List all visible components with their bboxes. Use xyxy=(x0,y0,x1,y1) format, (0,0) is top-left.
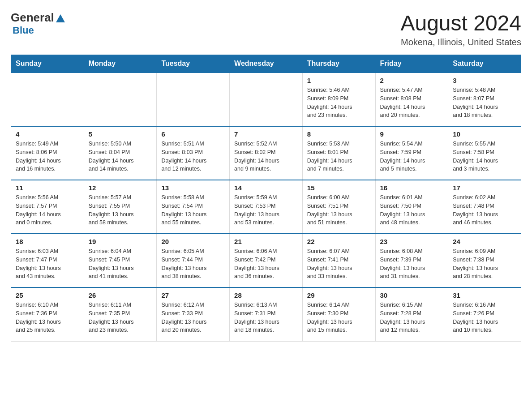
day-number: 8 xyxy=(307,130,371,138)
calendar-cell: 7Sunrise: 5:52 AM Sunset: 8:02 PM Daylig… xyxy=(230,126,303,180)
calendar-cell: 4Sunrise: 5:49 AM Sunset: 8:06 PM Daylig… xyxy=(11,126,84,180)
day-number: 23 xyxy=(380,238,444,245)
day-info: Sunrise: 6:08 AM Sunset: 7:39 PM Dayligh… xyxy=(380,247,444,281)
day-info: Sunrise: 6:11 AM Sunset: 7:35 PM Dayligh… xyxy=(89,301,152,334)
day-info: Sunrise: 5:55 AM Sunset: 7:58 PM Dayligh… xyxy=(453,140,516,173)
header-saturday: Saturday xyxy=(448,55,521,73)
calendar-cell: 16Sunrise: 6:01 AM Sunset: 7:50 PM Dayli… xyxy=(375,180,448,234)
calendar-cell: 20Sunrise: 6:05 AM Sunset: 7:44 PM Dayli… xyxy=(157,234,230,287)
logo-general-text: General xyxy=(11,11,54,25)
day-info: Sunrise: 5:51 AM Sunset: 8:03 PM Dayligh… xyxy=(161,140,225,173)
header-row: Sunday Monday Tuesday Wednesday Thursday… xyxy=(11,55,521,73)
day-info: Sunrise: 6:05 AM Sunset: 7:44 PM Dayligh… xyxy=(161,247,225,281)
day-number: 5 xyxy=(89,130,152,138)
logo: General Blue xyxy=(11,11,65,36)
calendar-cell: 24Sunrise: 6:09 AM Sunset: 7:38 PM Dayli… xyxy=(448,234,521,287)
calendar-cell: 12Sunrise: 5:57 AM Sunset: 7:55 PM Dayli… xyxy=(84,180,157,234)
header-thursday: Thursday xyxy=(302,55,375,73)
calendar-cell: 29Sunrise: 6:14 AM Sunset: 7:30 PM Dayli… xyxy=(302,287,375,341)
calendar-cell: 25Sunrise: 6:10 AM Sunset: 7:36 PM Dayli… xyxy=(11,287,84,341)
day-number: 25 xyxy=(16,291,79,299)
day-number: 9 xyxy=(380,130,444,138)
day-info: Sunrise: 5:53 AM Sunset: 8:01 PM Dayligh… xyxy=(307,140,371,173)
header-monday: Monday xyxy=(84,55,157,73)
logo-general: General xyxy=(11,11,65,25)
day-number: 21 xyxy=(234,238,298,245)
day-info: Sunrise: 5:46 AM Sunset: 8:09 PM Dayligh… xyxy=(307,86,371,120)
calendar-cell: 2Sunrise: 5:47 AM Sunset: 8:08 PM Daylig… xyxy=(375,73,448,126)
calendar-cell: 13Sunrise: 5:58 AM Sunset: 7:54 PM Dayli… xyxy=(157,180,230,234)
day-number: 10 xyxy=(453,130,516,138)
calendar-week-5: 25Sunrise: 6:10 AM Sunset: 7:36 PM Dayli… xyxy=(11,287,521,341)
calendar-cell: 1Sunrise: 5:46 AM Sunset: 8:09 PM Daylig… xyxy=(302,73,375,126)
day-number: 2 xyxy=(380,77,444,84)
day-number: 13 xyxy=(161,184,225,192)
day-number: 4 xyxy=(16,130,79,138)
calendar-cell: 15Sunrise: 6:00 AM Sunset: 7:51 PM Dayli… xyxy=(302,180,375,234)
day-info: Sunrise: 5:58 AM Sunset: 7:54 PM Dayligh… xyxy=(161,193,225,227)
title-block: August 2024 Mokena, Illinois, United Sta… xyxy=(400,11,521,47)
day-info: Sunrise: 6:04 AM Sunset: 7:45 PM Dayligh… xyxy=(89,247,152,281)
day-info: Sunrise: 6:09 AM Sunset: 7:38 PM Dayligh… xyxy=(453,247,516,281)
header-sunday: Sunday xyxy=(11,55,84,73)
day-info: Sunrise: 6:12 AM Sunset: 7:33 PM Dayligh… xyxy=(161,301,225,334)
calendar-cell: 3Sunrise: 5:48 AM Sunset: 8:07 PM Daylig… xyxy=(448,73,521,126)
day-number: 11 xyxy=(16,184,79,192)
day-number: 7 xyxy=(234,130,298,138)
day-number: 26 xyxy=(89,291,152,299)
calendar-cell: 30Sunrise: 6:15 AM Sunset: 7:28 PM Dayli… xyxy=(375,287,448,341)
day-number: 31 xyxy=(453,291,516,299)
day-number: 3 xyxy=(453,77,516,84)
day-info: Sunrise: 5:49 AM Sunset: 8:06 PM Dayligh… xyxy=(16,140,79,173)
header-wednesday: Wednesday xyxy=(230,55,303,73)
calendar-cell xyxy=(84,73,157,126)
calendar-cell: 5Sunrise: 5:50 AM Sunset: 8:04 PM Daylig… xyxy=(84,126,157,180)
day-number: 6 xyxy=(161,130,225,138)
day-number: 17 xyxy=(453,184,516,192)
day-info: Sunrise: 5:52 AM Sunset: 8:02 PM Dayligh… xyxy=(234,140,298,173)
logo-blue-text: Blue xyxy=(13,25,34,36)
calendar-cell xyxy=(11,73,84,126)
day-info: Sunrise: 6:03 AM Sunset: 7:47 PM Dayligh… xyxy=(16,247,79,281)
header-friday: Friday xyxy=(375,55,448,73)
calendar-cell: 26Sunrise: 6:11 AM Sunset: 7:35 PM Dayli… xyxy=(84,287,157,341)
day-number: 12 xyxy=(89,184,152,192)
calendar-table: Sunday Monday Tuesday Wednesday Thursday… xyxy=(11,55,521,342)
day-number: 24 xyxy=(453,238,516,245)
calendar-week-2: 4Sunrise: 5:49 AM Sunset: 8:06 PM Daylig… xyxy=(11,126,521,180)
day-number: 22 xyxy=(307,238,371,245)
day-info: Sunrise: 6:06 AM Sunset: 7:42 PM Dayligh… xyxy=(234,247,298,281)
calendar-cell xyxy=(157,73,230,126)
day-number: 27 xyxy=(161,291,225,299)
day-info: Sunrise: 5:47 AM Sunset: 8:08 PM Dayligh… xyxy=(380,86,444,120)
calendar-cell: 21Sunrise: 6:06 AM Sunset: 7:42 PM Dayli… xyxy=(230,234,303,287)
calendar-week-1: 1Sunrise: 5:46 AM Sunset: 8:09 PM Daylig… xyxy=(11,73,521,126)
page-header: General Blue August 2024 Mokena, Illinoi… xyxy=(11,11,521,47)
day-number: 19 xyxy=(89,238,152,245)
calendar-cell: 19Sunrise: 6:04 AM Sunset: 7:45 PM Dayli… xyxy=(84,234,157,287)
day-info: Sunrise: 6:10 AM Sunset: 7:36 PM Dayligh… xyxy=(16,301,79,334)
day-info: Sunrise: 6:13 AM Sunset: 7:31 PM Dayligh… xyxy=(234,301,298,334)
calendar-body: 1Sunrise: 5:46 AM Sunset: 8:09 PM Daylig… xyxy=(11,73,521,341)
calendar-week-3: 11Sunrise: 5:56 AM Sunset: 7:57 PM Dayli… xyxy=(11,180,521,234)
calendar-cell: 11Sunrise: 5:56 AM Sunset: 7:57 PM Dayli… xyxy=(11,180,84,234)
day-info: Sunrise: 5:48 AM Sunset: 8:07 PM Dayligh… xyxy=(453,86,516,120)
calendar-cell: 31Sunrise: 6:16 AM Sunset: 7:26 PM Dayli… xyxy=(448,287,521,341)
page-subtitle: Mokena, Illinois, United States xyxy=(400,37,521,47)
calendar-cell: 14Sunrise: 5:59 AM Sunset: 7:53 PM Dayli… xyxy=(230,180,303,234)
day-number: 14 xyxy=(234,184,298,192)
day-number: 1 xyxy=(307,77,371,84)
day-number: 30 xyxy=(380,291,444,299)
day-number: 20 xyxy=(161,238,225,245)
day-info: Sunrise: 5:50 AM Sunset: 8:04 PM Dayligh… xyxy=(89,140,152,173)
day-info: Sunrise: 6:14 AM Sunset: 7:30 PM Dayligh… xyxy=(307,301,371,334)
day-info: Sunrise: 5:59 AM Sunset: 7:53 PM Dayligh… xyxy=(234,193,298,227)
calendar-cell: 23Sunrise: 6:08 AM Sunset: 7:39 PM Dayli… xyxy=(375,234,448,287)
calendar-cell xyxy=(230,73,303,126)
calendar-cell: 8Sunrise: 5:53 AM Sunset: 8:01 PM Daylig… xyxy=(302,126,375,180)
day-info: Sunrise: 6:00 AM Sunset: 7:51 PM Dayligh… xyxy=(307,193,371,227)
page-title: August 2024 xyxy=(400,11,521,35)
header-tuesday: Tuesday xyxy=(157,55,230,73)
day-info: Sunrise: 5:54 AM Sunset: 7:59 PM Dayligh… xyxy=(380,140,444,173)
calendar-cell: 10Sunrise: 5:55 AM Sunset: 7:58 PM Dayli… xyxy=(448,126,521,180)
